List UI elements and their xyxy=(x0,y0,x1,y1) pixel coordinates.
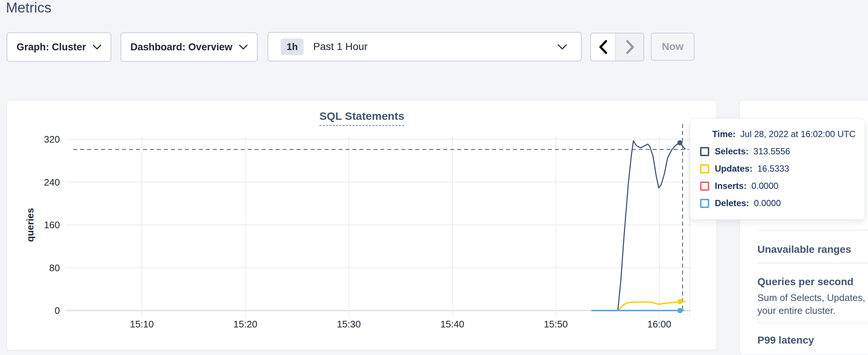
description-section: Unavailable ranges xyxy=(757,230,868,263)
next-interval-button-disabled[interactable] xyxy=(615,33,644,61)
chart-title[interactable]: SQL Statements xyxy=(319,110,404,126)
tooltip-series-row: Inserts: 0.0000 xyxy=(700,180,857,191)
time-range-dropdown[interactable]: 1h Past 1 Hour xyxy=(268,32,582,61)
svg-text:0: 0 xyxy=(55,305,60,316)
svg-text:queries: queries xyxy=(25,208,36,242)
tooltip-series-value: 313.5556 xyxy=(753,146,790,157)
dashboard-label: Dashboard: Overview xyxy=(130,42,233,53)
tooltip-series-row: Selects: 313.5556 xyxy=(700,146,857,157)
svg-text:15:30: 15:30 xyxy=(337,319,361,330)
deletes-swatch-icon xyxy=(700,199,709,208)
chevron-left-icon xyxy=(599,40,607,54)
graph-scope-label: Graph: Cluster xyxy=(17,42,86,53)
graph-scope-dropdown[interactable]: Graph: Cluster xyxy=(7,32,111,62)
tooltip-series-label: Selects: xyxy=(715,146,749,157)
chart-title-wrap: SQL Statements xyxy=(7,110,717,126)
description-line: Sum of Selects, Updates, Inser xyxy=(757,291,868,304)
selects-swatch-icon xyxy=(700,147,709,156)
tooltip-series-value: 0.0000 xyxy=(752,180,778,191)
tooltip-series-label: Updates: xyxy=(715,163,753,174)
tooltip-series-label: Inserts: xyxy=(715,180,747,191)
tooltip-series-label: Deletes: xyxy=(715,198,749,209)
tooltip-time-label: Time: xyxy=(712,129,736,140)
inserts-swatch-icon xyxy=(700,182,709,191)
svg-text:80: 80 xyxy=(49,262,60,273)
tooltip-series-row: Updates: 16.5333 xyxy=(700,163,857,174)
page-title: Metrics xyxy=(6,0,51,16)
description-line: your entire cluster. xyxy=(757,304,868,317)
description-heading: Queries per second xyxy=(757,276,868,288)
description-heading: P99 latency xyxy=(757,334,868,346)
description-body: Sum of Selects, Updates, Inser your enti… xyxy=(757,291,868,317)
svg-text:15:50: 15:50 xyxy=(544,319,568,330)
time-range-label: Past 1 Hour xyxy=(313,41,367,53)
now-button[interactable]: Now xyxy=(651,33,695,61)
chart-hover-tooltip: Time: Jul 28, 2022 at 16:02:00 UTC Selec… xyxy=(690,118,865,220)
description-section: P99 latency xyxy=(757,322,868,354)
chevron-down-icon xyxy=(239,44,248,50)
svg-text:240: 240 xyxy=(44,177,60,188)
chevron-down-icon xyxy=(557,44,567,50)
svg-text:16:00: 16:00 xyxy=(647,319,671,330)
svg-text:15:40: 15:40 xyxy=(440,319,464,330)
svg-text:160: 160 xyxy=(44,219,60,230)
svg-text:15:10: 15:10 xyxy=(130,319,154,330)
tooltip-series-row: Deletes: 0.0000 xyxy=(700,198,857,209)
time-pager xyxy=(590,33,644,61)
tooltip-series-value: 0.0000 xyxy=(754,198,781,209)
svg-text:320: 320 xyxy=(44,134,60,145)
svg-text:15:20: 15:20 xyxy=(233,319,257,330)
now-button-label: Now xyxy=(662,41,684,53)
description-section: Queries per second Sum of Selects, Updat… xyxy=(757,263,868,322)
sql-statements-chart-card: SQL Statements 08016024032015:1015:2015:… xyxy=(7,100,717,350)
tooltip-time-row: Time: Jul 28, 2022 at 16:02:00 UTC xyxy=(712,129,857,140)
dashboard-dropdown[interactable]: Dashboard: Overview xyxy=(121,32,258,62)
tooltip-time-value: Jul 28, 2022 at 16:02:00 UTC xyxy=(740,129,856,140)
previous-interval-button[interactable] xyxy=(591,33,615,61)
sql-statements-chart-plot[interactable]: 08016024032015:1015:2015:3015:4015:5016:… xyxy=(7,100,717,351)
time-range-badge: 1h xyxy=(281,39,304,55)
description-heading: Unavailable ranges xyxy=(757,244,868,255)
chevron-right-icon xyxy=(626,40,634,54)
tooltip-series-value: 16.5333 xyxy=(757,163,789,174)
updates-swatch-icon xyxy=(700,164,709,173)
chevron-down-icon xyxy=(93,44,101,50)
